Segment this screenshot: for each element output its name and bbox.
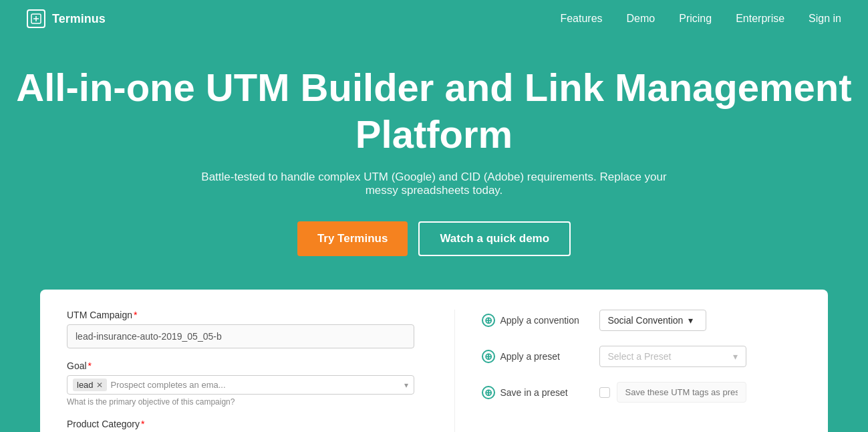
save-input[interactable] xyxy=(617,382,746,403)
save-plus-icon: ⊕ xyxy=(482,386,495,399)
watch-demo-button[interactable]: Watch a quick demo xyxy=(418,221,571,256)
goal-input[interactable]: lead ✕ Prospect completes an ema... ▾ xyxy=(67,375,414,395)
nav-enterprise[interactable]: Enterprise xyxy=(736,13,784,25)
goal-group: Goal* lead ✕ Prospect completes an ema..… xyxy=(67,360,414,407)
campaign-group: UTM Campaign* xyxy=(67,310,414,348)
product-group: Product Category* insurance ✕ Insurance … xyxy=(67,419,414,432)
goal-tag: lead ✕ xyxy=(73,379,107,391)
nav-demo[interactable]: Demo xyxy=(627,13,656,25)
preset-chevron-icon: ▾ xyxy=(733,351,738,362)
product-label: Product Category* xyxy=(67,419,414,429)
hero-subtitle: Battle-tested to handle complex UTM (Goo… xyxy=(200,171,668,197)
navbar: Terminus Features Demo Pricing Enterpris… xyxy=(0,0,868,37)
form-left: UTM Campaign* Goal* lead ✕ Prospect comp… xyxy=(67,310,414,432)
nav-pricing[interactable]: Pricing xyxy=(679,13,712,25)
brand-name: Terminus xyxy=(52,12,106,26)
convention-select[interactable]: Social Convention ▾ xyxy=(599,310,706,331)
hero-buttons: Try Terminus Watch a quick demo xyxy=(13,221,855,256)
goal-tag-remove[interactable]: ✕ xyxy=(96,381,103,390)
goal-hint: What is the primary objective of this ca… xyxy=(67,397,414,407)
save-checkbox[interactable] xyxy=(599,387,610,398)
brand-icon xyxy=(27,9,45,28)
preset-row: ⊕ Apply a preset Select a Preset ▾ xyxy=(482,346,802,367)
save-label-group: ⊕ Save in a preset xyxy=(482,386,589,399)
hero-title: All-in-one UTM Builder and Link Manageme… xyxy=(13,64,855,157)
campaign-required: * xyxy=(134,310,137,320)
demo-panel: UTM Campaign* Goal* lead ✕ Prospect comp… xyxy=(40,290,828,432)
goal-required: * xyxy=(88,360,92,371)
convention-label: Apply a convention xyxy=(500,315,579,326)
goal-label: Goal* xyxy=(67,360,414,371)
convention-chevron-icon: ▾ xyxy=(688,315,693,326)
preset-placeholder: Select a Preset xyxy=(608,351,672,362)
save-label: Save in a preset xyxy=(500,387,568,398)
nav-features[interactable]: Features xyxy=(560,13,602,25)
product-required: * xyxy=(141,419,144,429)
goal-text: Prospect completes an ema... xyxy=(111,380,400,390)
convention-label-group: ⊕ Apply a convention xyxy=(482,314,589,327)
save-preset-row: ⊕ Save in a preset xyxy=(482,382,802,403)
preset-label-group: ⊕ Apply a preset xyxy=(482,350,589,363)
goal-chevron-icon[interactable]: ▾ xyxy=(404,381,408,390)
nav-signin[interactable]: Sign in xyxy=(809,13,841,25)
hero-section: All-in-one UTM Builder and Link Manageme… xyxy=(0,37,868,290)
form-right: ⊕ Apply a convention Social Convention ▾… xyxy=(454,310,802,432)
try-terminus-button[interactable]: Try Terminus xyxy=(297,221,408,256)
nav-links: Features Demo Pricing Enterprise Sign in xyxy=(560,13,841,25)
preset-select[interactable]: Select a Preset ▾ xyxy=(599,346,746,367)
preset-label: Apply a preset xyxy=(500,351,561,362)
brand-logo[interactable]: Terminus xyxy=(27,9,106,28)
campaign-input[interactable] xyxy=(67,324,414,348)
convention-value: Social Convention xyxy=(608,315,684,326)
preset-plus-icon: ⊕ xyxy=(482,350,495,363)
save-input-group xyxy=(599,382,746,403)
convention-plus-icon: ⊕ xyxy=(482,314,495,327)
campaign-label: UTM Campaign* xyxy=(67,310,414,320)
convention-row: ⊕ Apply a convention Social Convention ▾ xyxy=(482,310,802,331)
